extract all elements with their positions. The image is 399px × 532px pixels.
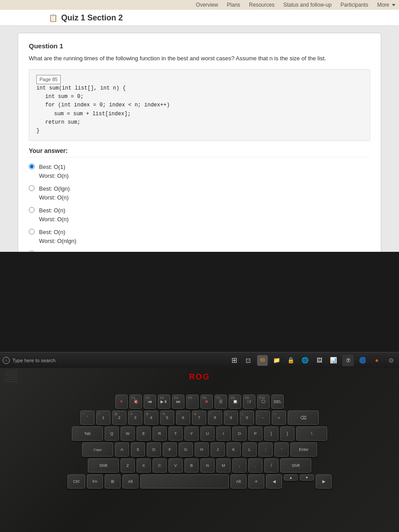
key-z[interactable]: Z [121, 458, 135, 473]
radio-opt2[interactable] [29, 185, 35, 191]
radio-opt4[interactable] [29, 229, 35, 235]
key-p[interactable]: P [248, 426, 262, 441]
key-6[interactable]: ^6 [176, 411, 190, 425]
key-o[interactable]: O [232, 426, 246, 441]
key-b[interactable]: B [184, 458, 199, 473]
key-r[interactable]: R [153, 426, 167, 441]
key-lbracket[interactable]: [ [264, 426, 278, 441]
key-e[interactable]: E [137, 426, 151, 441]
nav-participants[interactable]: Participants [340, 2, 368, 8]
key-backspace[interactable]: ⌫ [288, 411, 319, 425]
key-u[interactable]: U [200, 426, 215, 441]
key-backslash[interactable]: \ [296, 426, 327, 441]
key-4[interactable]: $4 [144, 411, 158, 425]
answer-option-4[interactable]: Best: O(n)Worst: O(nlgn) [29, 228, 370, 245]
key-f1[interactable]: F1🔇 [129, 395, 142, 409]
key-comma[interactable]: , [232, 458, 246, 473]
key-a[interactable]: A [115, 442, 129, 457]
nav-status[interactable]: Status and follow-up [283, 2, 332, 8]
radio-opt3[interactable] [29, 207, 35, 213]
taskbar-search-text[interactable]: Type here to search [12, 358, 55, 363]
key-space[interactable] [140, 474, 229, 489]
key-q[interactable]: Q [105, 426, 119, 441]
nav-resources[interactable]: Resources [249, 2, 274, 8]
radio-opt5[interactable] [29, 250, 35, 252]
key-9[interactable]: (9 [224, 411, 238, 425]
key-arrow-l[interactable]: ◀ [266, 474, 282, 489]
key-f3[interactable]: F3▶⏸ [158, 395, 170, 409]
key-h[interactable]: H [195, 442, 209, 457]
taskbar-app3-icon[interactable]: 🔒 [286, 355, 296, 366]
key-shift-l[interactable]: Shift [88, 458, 119, 473]
nav-overview[interactable]: Overview [196, 2, 218, 8]
key-7[interactable]: &7 [192, 411, 206, 425]
key-f10[interactable]: F10🖵 [257, 395, 270, 409]
key-5[interactable]: %5 [160, 411, 174, 425]
key-minus[interactable]: _- [256, 411, 270, 425]
taskbar-start-icon[interactable]: ⊞ [229, 355, 239, 366]
key-f[interactable]: F [163, 442, 177, 457]
key-0[interactable]: )0 [240, 411, 254, 425]
taskbar-app5-icon[interactable]: 🖼 [314, 355, 325, 366]
taskbar-grid-icon[interactable]: ⊡ [243, 355, 254, 366]
answer-option-2[interactable]: Best: O(lgn)Worst: O(n) [29, 184, 370, 202]
key-w[interactable]: W [121, 426, 135, 441]
key-tab[interactable]: Tab [72, 426, 103, 441]
key-8[interactable]: *8 [208, 411, 222, 425]
key-menu[interactable]: ≡ [248, 474, 264, 489]
key-n[interactable]: N [200, 458, 215, 473]
answer-option-1[interactable]: Best: O(1)Worst: O(n) [29, 163, 370, 180]
key-backtick[interactable]: ~` [80, 411, 94, 425]
taskbar-app6-icon[interactable]: 📊 [328, 355, 339, 366]
key-f7[interactable]: F7☰ [215, 395, 227, 409]
key-l[interactable]: L [243, 442, 257, 457]
taskbar-app7-icon[interactable]: ⑦ [342, 355, 354, 366]
key-d[interactable]: D [147, 442, 161, 457]
key-k[interactable]: K [227, 442, 241, 457]
key-period[interactable]: . [248, 458, 262, 473]
key-s[interactable]: S [131, 442, 145, 457]
key-f4[interactable]: F4⏭ [172, 395, 184, 409]
key-1[interactable]: !1 [96, 411, 110, 425]
key-fn[interactable]: Fn [87, 474, 103, 489]
answer-option-3[interactable]: Best: O(n)Worst: O(n) [29, 206, 370, 223]
key-y[interactable]: Y [184, 426, 199, 441]
key-x[interactable]: X [137, 458, 151, 473]
key-rbracket[interactable]: ] [280, 426, 294, 441]
key-slash[interactable]: / [264, 458, 278, 473]
taskbar-app8-icon[interactable]: 🌀 [357, 355, 368, 366]
key-2[interactable]: @2 [112, 411, 126, 425]
key-m[interactable]: M [216, 458, 231, 473]
key-semicolon[interactable]: ; [258, 442, 273, 457]
key-esc[interactable]: ✖ [115, 395, 128, 409]
key-f8[interactable]: F8🔲 [229, 395, 241, 409]
key-g[interactable]: G [179, 442, 193, 457]
key-enter[interactable]: Enter [290, 442, 317, 457]
taskbar-app2-icon[interactable]: 📁 [271, 355, 282, 366]
key-3[interactable]: #3 [128, 411, 142, 425]
taskbar-app9-icon[interactable]: ● [372, 355, 382, 366]
radio-opt1[interactable] [29, 164, 35, 169]
key-arrow-u[interactable]: ▲ [284, 474, 298, 481]
taskbar-settings-icon[interactable]: ⚙ [386, 355, 396, 366]
key-f2[interactable]: F2⏮ [144, 395, 156, 409]
nav-plans[interactable]: Plans [227, 2, 240, 8]
answer-option-5[interactable]: Best: O(n)Worst: O(n²) [29, 250, 370, 252]
key-arrow-r[interactable]: ▶ [316, 474, 332, 489]
key-del[interactable]: DEL [271, 395, 284, 409]
taskbar-app4-icon[interactable]: 🌐 [300, 355, 310, 366]
key-i[interactable]: I [216, 426, 231, 441]
key-equals[interactable]: += [272, 411, 286, 425]
key-alt-l[interactable]: Alt [122, 474, 138, 489]
taskbar-search[interactable]: ○ Type here to search [3, 357, 227, 364]
key-arrow-d[interactable]: ▼ [300, 474, 314, 481]
key-win[interactable]: ⊞ [105, 474, 121, 489]
key-v[interactable]: V [168, 458, 183, 473]
key-alt-r[interactable]: Alt [231, 474, 246, 489]
key-ctrl-l[interactable]: Ctrl [67, 474, 85, 489]
nav-more[interactable]: More [377, 2, 395, 8]
key-shift-r[interactable]: Shift [280, 458, 311, 473]
taskbar-app1-icon[interactable]: 99 [257, 355, 268, 366]
key-j[interactable]: J [211, 442, 225, 457]
key-caps[interactable]: Caps [82, 442, 113, 457]
